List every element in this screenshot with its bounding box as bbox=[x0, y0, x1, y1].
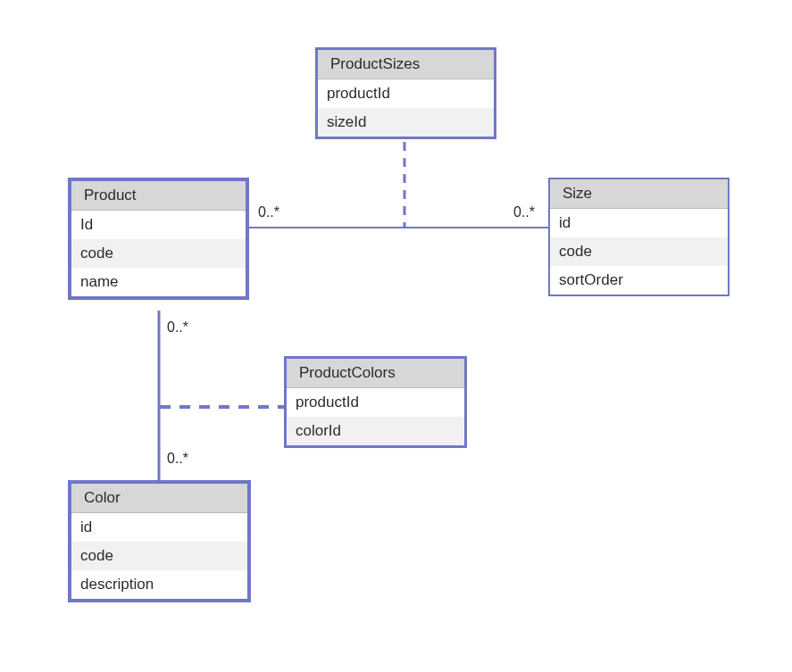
multiplicity-label: 0..* bbox=[167, 319, 188, 336]
multiplicity-label: 0..* bbox=[258, 204, 279, 220]
attr-id: id bbox=[71, 513, 247, 542]
attr-sortorder: sortOrder bbox=[550, 266, 728, 295]
entity-color: Color id code description bbox=[68, 480, 251, 602]
uml-diagram: ProductSizes productId sizeId Product Id… bbox=[0, 0, 792, 672]
entity-title: ProductColors bbox=[287, 359, 464, 388]
entity-size: Size id code sortOrder bbox=[548, 178, 729, 296]
attr-id: Id bbox=[71, 211, 246, 239]
entity-product: Product Id code name bbox=[68, 178, 249, 300]
entity-productcolors: ProductColors productId colorId bbox=[284, 356, 467, 448]
entity-title: Color bbox=[71, 484, 247, 513]
attr-code: code bbox=[71, 239, 246, 268]
attr-sizeid: sizeId bbox=[318, 108, 494, 137]
entity-title: Product bbox=[71, 181, 246, 211]
entity-title: Size bbox=[550, 179, 728, 209]
attr-code: code bbox=[71, 542, 247, 570]
entity-title: ProductSizes bbox=[318, 50, 494, 79]
entity-productsizes: ProductSizes productId sizeId bbox=[315, 47, 496, 139]
attr-colorid: colorId bbox=[287, 417, 464, 445]
attr-name: name bbox=[71, 268, 246, 296]
attr-productid: productId bbox=[287, 388, 464, 417]
attr-id: id bbox=[550, 209, 728, 237]
attr-description: description bbox=[71, 570, 247, 599]
attr-code: code bbox=[550, 237, 728, 266]
multiplicity-label: 0..* bbox=[167, 451, 188, 467]
multiplicity-label: 0..* bbox=[513, 204, 535, 220]
attr-productid: productId bbox=[318, 79, 494, 108]
